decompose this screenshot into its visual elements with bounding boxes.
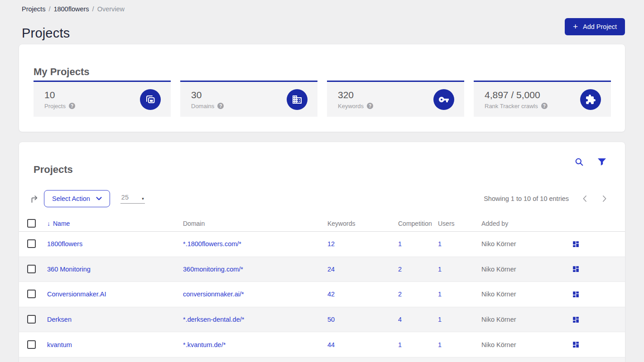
showing-entries-text: Showing 1 to 10 of 10 entries	[484, 195, 569, 202]
select-action-label: Select Action	[52, 195, 90, 202]
added-by-cell: Niko Körner	[481, 341, 572, 348]
users-count-cell[interactable]: 1	[438, 316, 481, 323]
table-row: Derksen *.derksen-dental.de/* 50 4 1 Nik…	[19, 307, 625, 333]
added-by-cell: Niko Körner	[481, 291, 572, 298]
column-header-keywords[interactable]: Keywords	[327, 220, 398, 227]
table-row: Conversionmaker.AI conversionmaker.ai/* …	[19, 282, 625, 307]
plus-icon: +	[573, 22, 578, 31]
help-icon[interactable]: ?	[69, 103, 75, 109]
competition-count-cell[interactable]: 2	[398, 291, 438, 298]
users-count-cell[interactable]: 1	[438, 266, 481, 273]
keywords-count-cell[interactable]: 44	[327, 341, 398, 348]
competition-count-cell[interactable]: 1	[398, 341, 438, 348]
users-count-cell[interactable]: 1	[438, 291, 481, 298]
column-header-users[interactable]: Users	[438, 220, 481, 227]
column-header-name[interactable]: ↓ Name	[47, 220, 183, 227]
project-name-link[interactable]: 360 Monitoring	[47, 266, 183, 273]
keywords-count-cell[interactable]: 12	[327, 240, 398, 248]
table-row: kvantum *.kvantum.de/* 44 1 1 Niko Körne…	[19, 332, 625, 357]
table-row: 1800flowers *.1800flowers.com/* 12 1 1 N…	[19, 232, 625, 257]
puzzle-icon	[580, 89, 601, 110]
row-checkbox[interactable]	[27, 315, 36, 324]
row-checkbox[interactable]	[27, 239, 36, 248]
filter-icon[interactable]	[598, 158, 606, 166]
keywords-count-label: Keywords	[338, 103, 364, 110]
projects-copy-icon	[140, 89, 161, 110]
page-title: Projects	[22, 26, 70, 41]
breadcrumb-project-1800flowers[interactable]: 1800flowers	[53, 5, 89, 13]
select-action-dropdown[interactable]: Select Action	[44, 190, 110, 207]
project-name-link[interactable]: 1800flowers	[47, 240, 183, 248]
column-header-domain[interactable]: Domain	[183, 220, 327, 227]
previous-page-button[interactable]	[581, 193, 589, 204]
project-domain-link[interactable]: *.derksen-dental.de/*	[183, 316, 327, 323]
page-size-select[interactable]: 25 ▾	[120, 194, 145, 204]
projects-table-card: Projects Select A	[19, 142, 625, 362]
breadcrumb-separator: /	[92, 5, 94, 13]
table-header-row: ↓ Name Domain Keywords Competition Users…	[19, 216, 625, 232]
chevron-down-icon	[96, 197, 102, 200]
column-header-added-by[interactable]: Added by	[481, 220, 572, 227]
add-project-button[interactable]: + Add Project	[565, 18, 625, 35]
table-body: 1800flowers *.1800flowers.com/* 12 1 1 N…	[19, 232, 625, 362]
key-icon	[433, 89, 454, 110]
keywords-count-cell[interactable]: 42	[327, 291, 398, 298]
dashboard-icon[interactable]	[572, 291, 581, 298]
stat-card-projects: 10 Projects ?	[34, 81, 171, 117]
stat-card-crawls: 4,897 / 5,000 Rank Tracker crawls ?	[474, 81, 611, 117]
project-domain-link[interactable]: 360monitoring.com/*	[183, 266, 327, 273]
stat-card-keywords: 320 Keywords ?	[327, 81, 464, 117]
keywords-count-cell[interactable]: 24	[327, 266, 398, 273]
project-name-link[interactable]: kvantum	[47, 341, 183, 348]
keywords-count-cell[interactable]: 50	[327, 316, 398, 323]
search-icon[interactable]	[575, 157, 584, 167]
breadcrumb-overview: Overview	[97, 5, 125, 13]
users-count-cell[interactable]: 1	[438, 240, 481, 248]
project-name-link[interactable]: Derksen	[47, 316, 183, 323]
stat-card-domains: 30 Domains ?	[180, 81, 317, 117]
help-icon[interactable]: ?	[217, 103, 224, 109]
row-checkbox[interactable]	[27, 290, 36, 298]
next-page-button[interactable]	[601, 193, 609, 204]
crawls-count: 4,897 / 5,000	[485, 90, 548, 100]
building-icon	[287, 89, 308, 110]
dashboard-icon[interactable]	[572, 240, 581, 248]
project-domain-link[interactable]: conversionmaker.ai/*	[183, 291, 327, 298]
row-checkbox[interactable]	[27, 265, 36, 273]
breadcrumb-separator: /	[48, 5, 50, 13]
my-projects-title: My Projects	[34, 66, 90, 78]
select-all-checkbox[interactable]	[27, 219, 36, 228]
competition-count-cell[interactable]: 2	[398, 266, 438, 273]
projects-count: 10	[44, 90, 75, 100]
stat-row: 10 Projects ? 30	[34, 81, 611, 117]
row-checkbox[interactable]	[27, 340, 36, 349]
column-header-competition[interactable]: Competition	[398, 220, 438, 227]
sort-desc-icon: ↓	[47, 220, 50, 227]
keywords-count: 320	[338, 90, 373, 100]
table-toolbar: Select Action 25 ▾ Showing 1 to 10 of 10…	[19, 190, 625, 207]
added-by-cell: Niko Körner	[481, 240, 572, 248]
help-icon[interactable]: ?	[367, 103, 373, 109]
page-size-value: 25	[121, 194, 129, 201]
dashboard-icon[interactable]	[572, 341, 581, 348]
users-count-cell[interactable]: 1	[438, 341, 481, 348]
project-name-link[interactable]: Conversionmaker.AI	[47, 291, 183, 298]
projects-table-title: Projects	[34, 164, 73, 176]
dashboard-icon[interactable]	[572, 316, 581, 324]
competition-count-cell[interactable]: 1	[398, 240, 438, 248]
pagination	[581, 193, 609, 204]
add-project-label: Add Project	[583, 23, 617, 30]
project-domain-link[interactable]: *.kvantum.de/*	[183, 341, 327, 348]
breadcrumb-projects[interactable]: Projects	[22, 5, 45, 13]
crawls-count-label: Rank Tracker crawls	[485, 103, 538, 110]
caret-down-icon: ▾	[142, 197, 144, 201]
domains-count-label: Domains	[191, 103, 214, 110]
export-arrow-icon[interactable]	[30, 194, 39, 204]
projects-count-label: Projects	[44, 103, 66, 110]
table-row: 360 Monitoring 360monitoring.com/* 24 2 …	[19, 257, 625, 282]
project-domain-link[interactable]: *.1800flowers.com/*	[183, 240, 327, 248]
dashboard-icon[interactable]	[572, 265, 581, 273]
help-icon[interactable]: ?	[541, 103, 548, 109]
projects-page: Projects / 1800flowers / Overview Projec…	[0, 0, 644, 362]
competition-count-cell[interactable]: 4	[398, 316, 438, 323]
